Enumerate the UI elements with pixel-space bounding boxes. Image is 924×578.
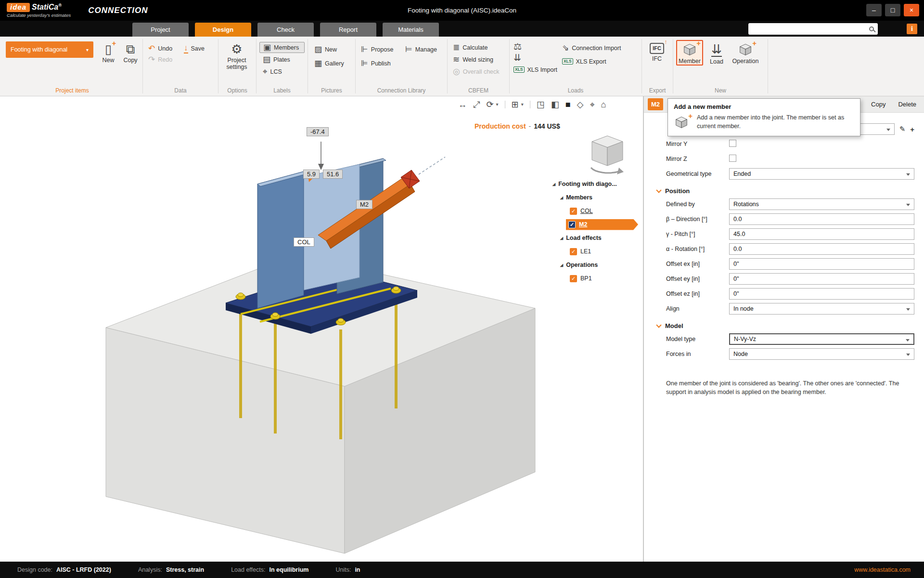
new-member-button[interactable]: Member [676, 40, 703, 66]
connection-import-button[interactable]: ⇘ Connection Import [562, 42, 621, 53]
checked-checkbox-icon[interactable]: ✓ [568, 221, 576, 228]
tree-item-bp1[interactable]: ✓ BP1 [552, 272, 639, 285]
tab-project[interactable]: Project [132, 23, 189, 37]
tree-members-header[interactable]: ◢ Members [552, 191, 639, 204]
xls-export-button[interactable]: XLS XLS Export [562, 56, 621, 67]
home-view-icon[interactable]: ⌂ [601, 100, 606, 109]
xls-import-button[interactable]: XLS XLS Import [513, 64, 557, 75]
overall-check-button[interactable]: ◎ Overall check [449, 66, 507, 77]
minimize-button[interactable]: – [866, 4, 882, 16]
manage-button[interactable]: ⊨ Manage [402, 44, 440, 55]
chevron-down-icon[interactable]: ▾ [521, 102, 524, 107]
expander-icon[interactable]: ◢ [552, 182, 555, 186]
load-diagram-icon[interactable]: ⇊ [513, 53, 557, 62]
publish-button[interactable]: ⊫ Publish [358, 58, 402, 69]
ribbon-separator [768, 39, 768, 93]
tree-item-col[interactable]: ✓ COL [552, 204, 639, 218]
zoom-fit-icon[interactable]: ⤢ [473, 100, 480, 109]
scene-3d [0, 96, 642, 562]
measure-icon[interactable]: ↔ [458, 100, 467, 109]
new-page-icon: ▯ [105, 43, 112, 55]
website-link[interactable]: www.ideastatica.com [854, 566, 911, 573]
navigation-cube[interactable] [585, 131, 629, 179]
copy-project-button[interactable]: ⧉ Copy [119, 40, 141, 64]
propose-button[interactable]: ⊩ Propose [358, 44, 402, 55]
alpha-rotation-input[interactable] [729, 243, 914, 255]
search-input[interactable] [752, 26, 869, 32]
lcs-icon: ⌖ [263, 67, 268, 76]
beta-direction-input[interactable] [729, 213, 914, 225]
chevron-down-icon[interactable]: ▾ [496, 102, 499, 107]
viewport-3d[interactable]: ↔ ⤢ ⟳ ▾ ⊞ ▾ ◳ ◧ ■ ◇ ⌖ ⌂ Production cost-… [0, 96, 642, 562]
info-button[interactable]: i [907, 24, 917, 34]
forces-in-row: Forces in Node [657, 348, 914, 360]
expander-icon[interactable]: ◢ [560, 236, 563, 240]
checked-checkbox-icon[interactable]: ✓ [570, 208, 577, 215]
rotate-view-icon[interactable]: ⟳ [486, 100, 493, 109]
delete-member-button[interactable]: Delete [898, 101, 916, 108]
ifc-export-button[interactable]: IFC↑ IFC [642, 40, 672, 62]
collapse-chevron-icon [656, 187, 661, 193]
mirror-z-checkbox[interactable] [729, 155, 736, 162]
defined-by-select[interactable]: Rotations [729, 198, 914, 210]
add-cross-section-icon[interactable]: + [910, 125, 914, 133]
new-operation-button[interactable]: Operation [730, 40, 761, 66]
view-transparent-icon[interactable]: ◧ [551, 100, 559, 109]
picture-new-button[interactable]: ▨ New [311, 44, 352, 55]
mirror-y-checkbox[interactable] [729, 140, 736, 147]
edit-pencil-icon[interactable]: ✎ [899, 125, 906, 133]
close-button[interactable]: × [904, 4, 919, 16]
maximize-button[interactable]: □ [885, 4, 900, 16]
labels-lcs-toggle[interactable]: ⌖ LCS [259, 66, 305, 77]
model-section-header[interactable]: Model [657, 322, 914, 329]
offset-ex-input[interactable] [729, 258, 914, 270]
forces-in-select[interactable]: Node [729, 348, 914, 360]
copy-member-button[interactable]: Copy [871, 101, 886, 108]
tree-operations-header[interactable]: ◢ Operations [552, 258, 639, 272]
undo-button[interactable]: ↶ Undo [145, 43, 180, 54]
align-select[interactable]: In node [729, 303, 914, 315]
labels-members-toggle[interactable]: ▣ Members [259, 42, 305, 53]
gamma-pitch-input[interactable] [729, 228, 914, 240]
picture-gallery-button[interactable]: ▦ Gallery [311, 58, 352, 69]
ribbon-group-loads: ⚖ ⇊ XLS XLS Import ⇘ Connection Import X… [510, 37, 642, 96]
expander-icon[interactable]: ◢ [560, 196, 563, 200]
search-icon[interactable] [869, 26, 874, 31]
member-label-m2[interactable]: M2 [356, 200, 372, 209]
weld-sizing-button[interactable]: ≋ Weld sizing [449, 54, 507, 65]
expander-icon[interactable]: ◢ [560, 263, 563, 267]
view-wireframe-icon[interactable]: ◳ [537, 100, 545, 109]
model-type-select[interactable]: N-Vy-Vz [729, 333, 914, 345]
view-solid-icon[interactable]: ■ [565, 100, 571, 109]
tree-load-effects-header[interactable]: ◢ Load effects [552, 231, 639, 245]
offset-ey-input[interactable] [729, 273, 914, 285]
tab-design[interactable]: Design [195, 23, 251, 37]
geometrical-type-select[interactable]: Ended [729, 168, 914, 180]
tab-report[interactable]: Report [320, 23, 376, 37]
labels-plates-toggle[interactable]: ▤ Plates [259, 54, 305, 65]
tree-root[interactable]: ◢ Footing with diago... [552, 177, 639, 191]
model-type-row: Model type N-Vy-Vz [657, 333, 914, 345]
project-selector[interactable]: Footing with diagonal ▾ [6, 41, 93, 58]
tab-check[interactable]: Check [257, 23, 314, 37]
checked-checkbox-icon[interactable]: ✓ [570, 248, 577, 255]
new-load-button[interactable]: ⇊ Load [706, 40, 727, 66]
checked-checkbox-icon[interactable]: ✓ [570, 275, 577, 282]
clipping-icon[interactable]: ⊞ [512, 100, 519, 109]
new-project-button[interactable]: ▯ New [97, 40, 119, 64]
calculate-button[interactable]: ≣ Calculate [449, 42, 507, 53]
member-label-col[interactable]: COL [294, 237, 314, 247]
tab-materials[interactable]: Materials [383, 23, 439, 37]
brand-logo: idea StatiCa® Calculate yesterday's esti… [7, 3, 71, 18]
tree-item-le1[interactable]: ✓ LE1 [552, 245, 639, 258]
offset-ez-input[interactable] [729, 288, 914, 300]
workplane-icon[interactable]: ◇ [577, 100, 584, 109]
redo-button[interactable]: ↷ Redo [145, 54, 180, 65]
save-button[interactable]: ↓ Save [180, 43, 208, 54]
manage-icon: ⊨ [405, 45, 412, 53]
project-settings-button[interactable]: ⚙ Project settings [218, 40, 255, 71]
balance-icon[interactable]: ⚖ [513, 42, 557, 51]
origin-icon[interactable]: ⌖ [590, 100, 594, 109]
position-section-header[interactable]: Position [657, 187, 914, 195]
tree-item-m2-selected[interactable]: ✓ M2 [552, 218, 639, 231]
